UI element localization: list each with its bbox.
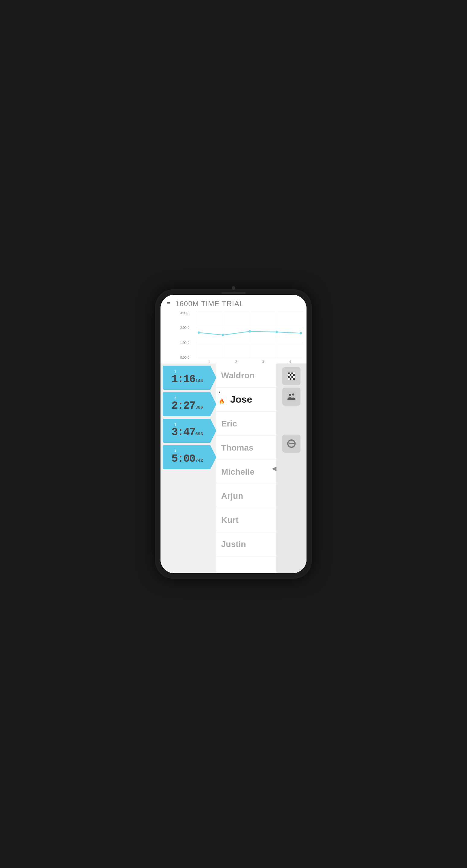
disable-button[interactable] [282, 435, 300, 453]
lap1-ms: 144 [196, 378, 203, 383]
lap-badge-3[interactable]: 3 3:47 693 [163, 418, 216, 443]
list-item[interactable]: 2 🔥 Jose [216, 388, 276, 412]
finish-flag-button[interactable] [282, 367, 300, 385]
phone-camera [232, 286, 235, 290]
phone-frame: ≡ 1600M TIME TRIAL 3:00.0 2:00.0 1:00.0 … [155, 289, 312, 579]
svg-rect-7 [290, 373, 291, 374]
svg-rect-13 [293, 374, 295, 376]
svg-rect-16 [291, 376, 293, 378]
lap2-ms: 306 [196, 405, 203, 410]
svg-rect-21 [293, 378, 295, 380]
runner-name: Thomas [221, 443, 254, 453]
menu-icon[interactable]: ≡ [167, 300, 171, 308]
list-item[interactable]: Thomas [216, 436, 276, 460]
x-label-1: 1 [208, 360, 210, 364]
svg-rect-20 [291, 378, 293, 380]
chart-container: 3:00.0 2:00.0 1:00.0 0:00.0 [160, 311, 307, 364]
fire-icon: 🔥 [219, 398, 225, 404]
runner-name: Arjun [221, 491, 243, 501]
svg-rect-12 [291, 374, 293, 376]
runner-name: Michelle [221, 467, 254, 477]
svg-rect-17 [293, 376, 295, 378]
phone-screen: ≡ 1600M TIME TRIAL 3:00.0 2:00.0 1:00.0 … [160, 295, 307, 573]
names-list: Waldron 2 🔥 Jose Eric Thomas [216, 364, 276, 573]
app-content: ≡ 1600M TIME TRIAL 3:00.0 2:00.0 1:00.0 … [160, 295, 307, 573]
svg-rect-15 [290, 376, 291, 378]
svg-rect-19 [290, 378, 291, 380]
lap-badge-1[interactable]: 1 1:16 144 [163, 366, 216, 390]
no-icon [286, 438, 297, 449]
runner-name: Waldron [221, 371, 255, 380]
lap4-ms: 742 [196, 458, 203, 463]
x-label-2: 2 [235, 360, 237, 364]
lap-badge-4[interactable]: 4 5:00 742 [163, 445, 216, 469]
svg-point-0 [198, 332, 200, 334]
svg-rect-8 [291, 373, 293, 374]
list-item[interactable]: Waldron [216, 364, 276, 388]
laps-section: 1 1:16 144 2 2:27 306 [160, 364, 307, 573]
svg-point-23 [289, 394, 291, 396]
people-button[interactable] [282, 388, 300, 406]
rank-number: 2 [219, 391, 221, 394]
svg-rect-22 [287, 392, 296, 401]
list-item[interactable]: Justin [216, 532, 276, 556]
list-item[interactable]: Michelle [216, 460, 276, 484]
y-label-3: 3:00.0 [180, 311, 196, 315]
lap4-time: 5:00 [171, 453, 195, 465]
runner-name: Kurt [221, 516, 239, 525]
svg-point-1 [222, 334, 224, 336]
svg-rect-10 [288, 374, 290, 376]
finish-flag-icon [286, 371, 297, 381]
svg-rect-18 [288, 378, 290, 380]
lap-badge-2[interactable]: 2 2:27 306 [163, 392, 216, 416]
list-item[interactable]: Eric [216, 412, 276, 436]
svg-point-24 [292, 394, 294, 396]
lap3-ms: 693 [196, 432, 203, 436]
svg-point-4 [300, 332, 302, 335]
x-label-3: 3 [262, 360, 264, 364]
svg-rect-6 [288, 373, 290, 374]
phone-speaker [222, 292, 245, 294]
x-label-4: 4 [289, 360, 291, 364]
svg-point-3 [275, 331, 278, 333]
runner-name: Jose [221, 394, 252, 405]
side-action-panel: ◀ [276, 364, 307, 573]
lap1-time: 1:16 [171, 373, 195, 385]
collapse-arrow[interactable]: ◀ [272, 465, 276, 472]
y-label-1: 1:00.0 [180, 341, 196, 344]
page-title: 1600M TIME TRIAL [175, 300, 244, 308]
svg-point-2 [249, 330, 251, 333]
y-label-0: 0:00.0 [180, 355, 196, 359]
svg-rect-14 [288, 376, 290, 378]
laps-left-panel: 1 1:16 144 2 2:27 306 [160, 364, 216, 573]
runner-name: Eric [221, 419, 237, 429]
app-header: ≡ 1600M TIME TRIAL [160, 295, 307, 311]
runner-name: Justin [221, 539, 246, 549]
lap2-time: 2:27 [171, 400, 195, 412]
y-label-2: 2:00.0 [180, 326, 196, 330]
list-item[interactable]: Kurt [216, 508, 276, 532]
list-item[interactable]: Arjun [216, 484, 276, 508]
lap3-time: 3:47 [171, 426, 195, 438]
people-icon [286, 391, 297, 402]
svg-rect-11 [290, 374, 291, 376]
chart-line [196, 311, 303, 359]
svg-rect-9 [293, 373, 295, 374]
